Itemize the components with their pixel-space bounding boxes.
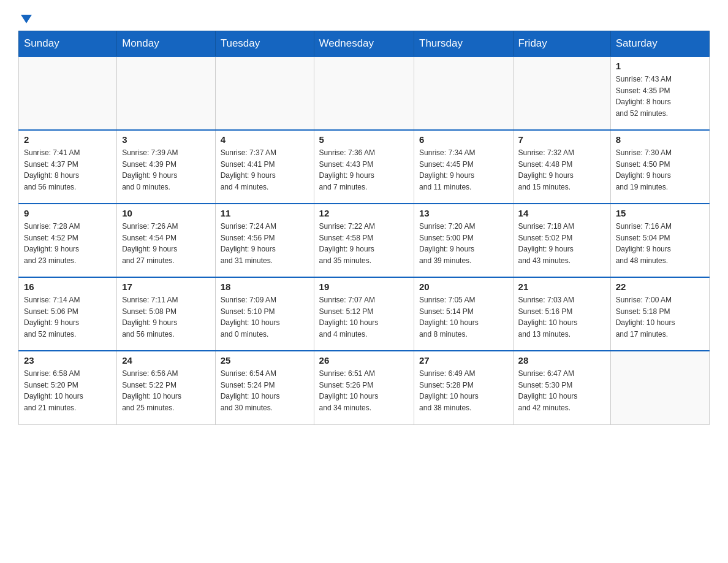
day-info: Sunrise: 7:11 AMSunset: 5:08 PMDaylight:…: [122, 294, 210, 340]
calendar-cell: 20Sunrise: 7:05 AMSunset: 5:14 PMDayligh…: [414, 277, 514, 351]
calendar-cell: 26Sunrise: 6:51 AMSunset: 5:26 PMDayligh…: [314, 351, 414, 424]
calendar-cell: 11Sunrise: 7:24 AMSunset: 4:56 PMDayligh…: [215, 204, 314, 277]
calendar-cell: [117, 56, 215, 130]
day-info: Sunrise: 7:09 AMSunset: 5:10 PMDaylight:…: [221, 294, 309, 340]
svg-marker-0: [21, 15, 32, 23]
logo: [18, 12, 33, 25]
column-header-sunday: Sunday: [19, 31, 117, 57]
day-number: 9: [24, 208, 112, 218]
calendar-cell: [414, 56, 514, 130]
day-number: 18: [221, 282, 309, 292]
calendar-cell: 16Sunrise: 7:14 AMSunset: 5:06 PMDayligh…: [19, 277, 117, 351]
day-info: Sunrise: 7:41 AMSunset: 4:37 PMDaylight:…: [24, 147, 112, 193]
day-number: 26: [319, 355, 409, 366]
day-info: Sunrise: 6:51 AMSunset: 5:26 PMDaylight:…: [319, 368, 409, 413]
day-info: Sunrise: 7:18 AMSunset: 5:02 PMDaylight:…: [518, 221, 605, 266]
calendar-cell: 22Sunrise: 7:00 AMSunset: 5:18 PMDayligh…: [610, 277, 709, 351]
day-number: 25: [221, 355, 309, 366]
day-number: 2: [24, 134, 112, 145]
calendar-cell: 6Sunrise: 7:34 AMSunset: 4:45 PMDaylight…: [414, 130, 514, 204]
calendar-header-row: SundayMondayTuesdayWednesdayThursdayFrid…: [19, 31, 710, 57]
day-info: Sunrise: 6:56 AMSunset: 5:22 PMDaylight:…: [122, 368, 210, 413]
calendar-week-row: 2Sunrise: 7:41 AMSunset: 4:37 PMDaylight…: [19, 130, 710, 204]
day-info: Sunrise: 7:14 AMSunset: 5:06 PMDaylight:…: [24, 294, 112, 340]
calendar-cell: 15Sunrise: 7:16 AMSunset: 5:04 PMDayligh…: [610, 204, 709, 277]
day-number: 10: [122, 208, 210, 218]
column-header-friday: Friday: [513, 31, 610, 57]
day-number: 7: [518, 134, 605, 145]
day-info: Sunrise: 7:26 AMSunset: 4:54 PMDaylight:…: [122, 221, 210, 266]
calendar-cell: 19Sunrise: 7:07 AMSunset: 5:12 PMDayligh…: [314, 277, 414, 351]
day-number: 19: [319, 282, 409, 292]
calendar-cell: 3Sunrise: 7:39 AMSunset: 4:39 PMDaylight…: [117, 130, 215, 204]
day-number: 12: [319, 208, 409, 218]
calendar-cell: 7Sunrise: 7:32 AMSunset: 4:48 PMDaylight…: [513, 130, 610, 204]
day-number: 27: [419, 355, 508, 366]
day-number: 17: [122, 282, 210, 292]
day-info: Sunrise: 7:00 AMSunset: 5:18 PMDaylight:…: [616, 294, 704, 340]
day-number: 22: [616, 282, 704, 292]
day-number: 15: [616, 208, 704, 218]
day-number: 14: [518, 208, 605, 218]
calendar-cell: 25Sunrise: 6:54 AMSunset: 5:24 PMDayligh…: [215, 351, 314, 424]
page-header: [18, 12, 710, 25]
day-info: Sunrise: 7:03 AMSunset: 5:16 PMDaylight:…: [518, 294, 605, 340]
day-info: Sunrise: 6:54 AMSunset: 5:24 PMDaylight:…: [221, 368, 309, 413]
calendar-cell: [215, 56, 314, 130]
logo-icon: [18, 12, 33, 26]
day-info: Sunrise: 7:24 AMSunset: 4:56 PMDaylight:…: [221, 221, 309, 266]
day-info: Sunrise: 7:36 AMSunset: 4:43 PMDaylight:…: [319, 147, 409, 193]
calendar-cell: [610, 351, 709, 424]
day-number: 5: [319, 134, 409, 145]
day-info: Sunrise: 7:39 AMSunset: 4:39 PMDaylight:…: [122, 147, 210, 193]
day-info: Sunrise: 7:05 AMSunset: 5:14 PMDaylight:…: [419, 294, 508, 340]
day-number: 16: [24, 282, 112, 292]
column-header-thursday: Thursday: [414, 31, 514, 57]
calendar-cell: 8Sunrise: 7:30 AMSunset: 4:50 PMDaylight…: [610, 130, 709, 204]
calendar-cell: 28Sunrise: 6:47 AMSunset: 5:30 PMDayligh…: [513, 351, 610, 424]
column-header-tuesday: Tuesday: [215, 31, 314, 57]
day-number: 24: [122, 355, 210, 366]
calendar-cell: [513, 56, 610, 130]
calendar-cell: 14Sunrise: 7:18 AMSunset: 5:02 PMDayligh…: [513, 204, 610, 277]
calendar-cell: 12Sunrise: 7:22 AMSunset: 4:58 PMDayligh…: [314, 204, 414, 277]
calendar-cell: 5Sunrise: 7:36 AMSunset: 4:43 PMDaylight…: [314, 130, 414, 204]
calendar-week-row: 9Sunrise: 7:28 AMSunset: 4:52 PMDaylight…: [19, 204, 710, 277]
day-number: 4: [221, 134, 309, 145]
calendar-week-row: 16Sunrise: 7:14 AMSunset: 5:06 PMDayligh…: [19, 277, 710, 351]
day-info: Sunrise: 7:07 AMSunset: 5:12 PMDaylight:…: [319, 294, 409, 340]
day-number: 8: [616, 134, 704, 145]
calendar-cell: 27Sunrise: 6:49 AMSunset: 5:28 PMDayligh…: [414, 351, 514, 424]
day-info: Sunrise: 7:20 AMSunset: 5:00 PMDaylight:…: [419, 221, 508, 266]
calendar-table: SundayMondayTuesdayWednesdayThursdayFrid…: [18, 31, 710, 425]
column-header-monday: Monday: [117, 31, 215, 57]
day-number: 23: [24, 355, 112, 366]
calendar-cell: 23Sunrise: 6:58 AMSunset: 5:20 PMDayligh…: [19, 351, 117, 424]
day-info: Sunrise: 7:37 AMSunset: 4:41 PMDaylight:…: [221, 147, 309, 193]
day-info: Sunrise: 7:32 AMSunset: 4:48 PMDaylight:…: [518, 147, 605, 193]
calendar-cell: 13Sunrise: 7:20 AMSunset: 5:00 PMDayligh…: [414, 204, 514, 277]
calendar-cell: [314, 56, 414, 130]
calendar-cell: 17Sunrise: 7:11 AMSunset: 5:08 PMDayligh…: [117, 277, 215, 351]
day-info: Sunrise: 7:16 AMSunset: 5:04 PMDaylight:…: [616, 221, 704, 266]
calendar-cell: [19, 56, 117, 130]
calendar-cell: 24Sunrise: 6:56 AMSunset: 5:22 PMDayligh…: [117, 351, 215, 424]
calendar-week-row: 23Sunrise: 6:58 AMSunset: 5:20 PMDayligh…: [19, 351, 710, 424]
calendar-cell: 4Sunrise: 7:37 AMSunset: 4:41 PMDaylight…: [215, 130, 314, 204]
day-number: 3: [122, 134, 210, 145]
day-info: Sunrise: 6:49 AMSunset: 5:28 PMDaylight:…: [419, 368, 508, 413]
day-info: Sunrise: 7:43 AMSunset: 4:35 PMDaylight:…: [616, 74, 704, 119]
day-number: 13: [419, 208, 508, 218]
calendar-cell: 1Sunrise: 7:43 AMSunset: 4:35 PMDaylight…: [610, 56, 709, 130]
logo-triangle-icon: [20, 12, 33, 26]
day-info: Sunrise: 7:30 AMSunset: 4:50 PMDaylight:…: [616, 147, 704, 193]
calendar-week-row: 1Sunrise: 7:43 AMSunset: 4:35 PMDaylight…: [19, 56, 710, 130]
day-info: Sunrise: 7:22 AMSunset: 4:58 PMDaylight:…: [319, 221, 409, 266]
day-info: Sunrise: 7:34 AMSunset: 4:45 PMDaylight:…: [419, 147, 508, 193]
calendar-cell: 2Sunrise: 7:41 AMSunset: 4:37 PMDaylight…: [19, 130, 117, 204]
calendar-cell: 10Sunrise: 7:26 AMSunset: 4:54 PMDayligh…: [117, 204, 215, 277]
day-number: 20: [419, 282, 508, 292]
calendar-cell: 18Sunrise: 7:09 AMSunset: 5:10 PMDayligh…: [215, 277, 314, 351]
day-info: Sunrise: 6:47 AMSunset: 5:30 PMDaylight:…: [518, 368, 605, 413]
column-header-saturday: Saturday: [610, 31, 709, 57]
